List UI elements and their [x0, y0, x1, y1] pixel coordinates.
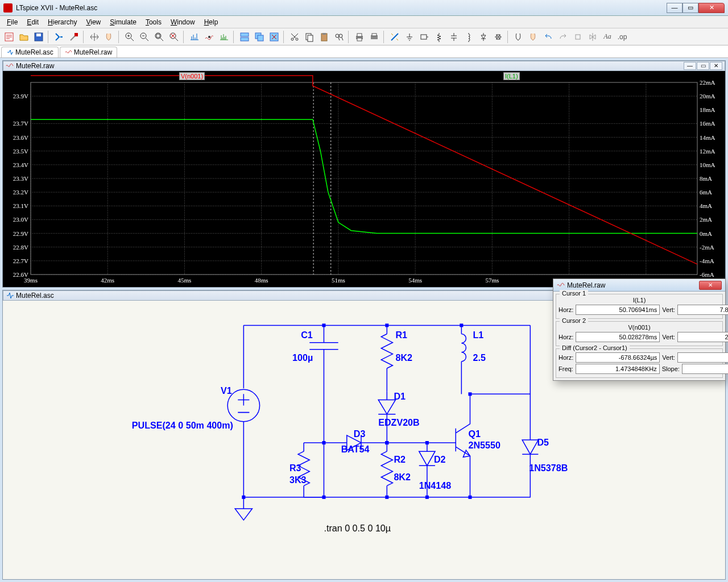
cursor1-trace: I(L1)	[559, 297, 720, 304]
close-window-icon[interactable]	[267, 30, 281, 44]
cursor2-horz-input[interactable]	[576, 332, 660, 342]
svg-rect-2	[36, 34, 41, 36]
spice-directive-icon[interactable]: .op	[615, 30, 629, 44]
zoom-out-icon[interactable]	[138, 30, 151, 44]
menu-help[interactable]: Help	[200, 17, 223, 27]
svg-text:-6mA: -6mA	[700, 271, 714, 278]
diode-icon[interactable]	[477, 30, 490, 44]
svg-text:23.1V: 23.1V	[13, 202, 28, 209]
svg-text:23.7V: 23.7V	[13, 120, 28, 127]
svg-text:23.6V: 23.6V	[13, 134, 28, 141]
tab-schematic[interactable]: MuteRel.asc	[1, 47, 59, 57]
move-icon[interactable]	[512, 30, 526, 44]
fft-icon[interactable]	[217, 30, 231, 44]
svg-text:D2: D2	[434, 454, 446, 464]
cursor1-horz-input[interactable]	[576, 305, 660, 315]
zoom-fit-icon[interactable]	[152, 30, 166, 44]
maximize-button[interactable]: ▭	[682, 3, 698, 13]
svg-text:-4mA: -4mA	[700, 257, 714, 264]
redo-icon[interactable]	[556, 30, 570, 44]
find-icon[interactable]	[332, 30, 346, 44]
waveform-plot[interactable]: V(n001) I(L1) 23.9V23.7V23.6V23.5V23.4V2…	[3, 71, 725, 287]
rotate-icon[interactable]	[571, 30, 585, 44]
run-icon[interactable]	[52, 30, 66, 44]
svg-text:6mA: 6mA	[700, 189, 712, 196]
pan-icon[interactable]	[88, 30, 101, 44]
open-icon[interactable]	[17, 30, 31, 44]
inductor-icon[interactable]	[462, 30, 475, 44]
close-button[interactable]: ✕	[698, 3, 725, 13]
autorange-icon[interactable]	[188, 30, 201, 44]
tile-icon[interactable]	[238, 30, 251, 44]
halt-icon[interactable]	[67, 30, 81, 44]
wire-icon[interactable]	[388, 30, 402, 44]
app-icon	[3, 3, 13, 13]
paste-icon[interactable]	[317, 30, 331, 44]
capacitor-icon[interactable]	[447, 30, 461, 44]
tab-waveform[interactable]: MuteRel.raw	[60, 47, 117, 57]
svg-text:22.9V: 22.9V	[13, 230, 28, 237]
menu-simulate[interactable]: Simulate	[105, 17, 141, 27]
menu-view[interactable]: View	[81, 17, 105, 27]
diff-freq-input[interactable]	[576, 364, 660, 374]
svg-text:23.3V: 23.3V	[13, 175, 28, 182]
svg-point-21	[336, 34, 339, 38]
text-icon[interactable]: Aa	[601, 30, 614, 44]
menu-hierarchy[interactable]: Hierarchy	[43, 17, 81, 27]
svg-text:Q1: Q1	[468, 429, 481, 439]
trace-label-il1[interactable]: I(L1)	[503, 72, 520, 80]
zoom-back-icon[interactable]	[167, 30, 181, 44]
cut-icon[interactable]	[288, 30, 301, 44]
cursor2-vert-input[interactable]	[677, 332, 728, 342]
child-close-button[interactable]: ✕	[710, 62, 722, 70]
menu-tools[interactable]: Tools	[141, 17, 166, 27]
svg-text:R1: R1	[395, 330, 407, 340]
cursor1-vert-input[interactable]	[677, 305, 728, 315]
svg-text:R3: R3	[289, 463, 301, 473]
svg-rect-3	[75, 33, 78, 36]
save-icon[interactable]	[32, 30, 46, 44]
menu-edit[interactable]: Edit	[22, 17, 43, 27]
svg-rect-10	[241, 33, 249, 36]
svg-rect-28	[421, 35, 427, 39]
print-icon[interactable]	[353, 30, 366, 44]
svg-text:-2mA: -2mA	[700, 244, 714, 251]
svg-text:3K3: 3K3	[289, 475, 307, 485]
component-icon[interactable]	[491, 30, 505, 44]
plot-window: MuteRel.raw — ▭ ✕ V(n001) I(L1) 23.9V23.…	[2, 60, 726, 288]
svg-point-16	[296, 38, 298, 40]
trace-label-vn001[interactable]: V(n001)	[179, 72, 205, 80]
svg-rect-20	[322, 33, 326, 35]
cursor-dialog[interactable]: MuteRel.raw ✕ Cursor 1 I(L1) Horz: Vert:…	[553, 278, 726, 381]
resistor-icon[interactable]	[432, 30, 446, 44]
minimize-button[interactable]: —	[667, 3, 682, 13]
new-schematic-icon[interactable]	[2, 30, 16, 44]
svg-text:12mA: 12mA	[700, 148, 715, 155]
setup-icon[interactable]	[367, 30, 381, 44]
diff-slope-input[interactable]	[682, 364, 728, 374]
diff-horz-input[interactable]	[576, 352, 660, 363]
label-icon[interactable]	[417, 30, 431, 44]
zoom-in-icon[interactable]	[123, 30, 136, 44]
copy-icon[interactable]	[303, 30, 316, 44]
child-maximize-button[interactable]: ▭	[697, 62, 709, 70]
svg-text:18mA: 18mA	[700, 106, 715, 113]
svg-rect-25	[357, 38, 362, 41]
dialog-close-button[interactable]: ✕	[699, 281, 722, 290]
menu-window[interactable]: Window	[166, 17, 200, 27]
menu-bar: File Edit Hierarchy View Simulate Tools …	[0, 16, 728, 28]
undo-icon[interactable]	[541, 30, 555, 44]
child-minimize-button[interactable]: —	[684, 62, 696, 70]
menu-file[interactable]: File	[2, 17, 22, 27]
svg-text:C1: C1	[301, 330, 313, 340]
svg-text:R2: R2	[394, 454, 406, 464]
pick-trace-icon[interactable]	[202, 30, 216, 44]
cascade-icon[interactable]	[253, 30, 266, 44]
diff-vert-input[interactable]	[677, 352, 728, 363]
drag-icon[interactable]	[102, 30, 116, 44]
ground-icon[interactable]	[403, 30, 416, 44]
svg-text:1N5378B: 1N5378B	[529, 463, 568, 473]
toolbar: Aa .op	[0, 28, 728, 45]
drag2-icon[interactable]	[527, 30, 540, 44]
mirror-icon[interactable]	[586, 30, 599, 44]
